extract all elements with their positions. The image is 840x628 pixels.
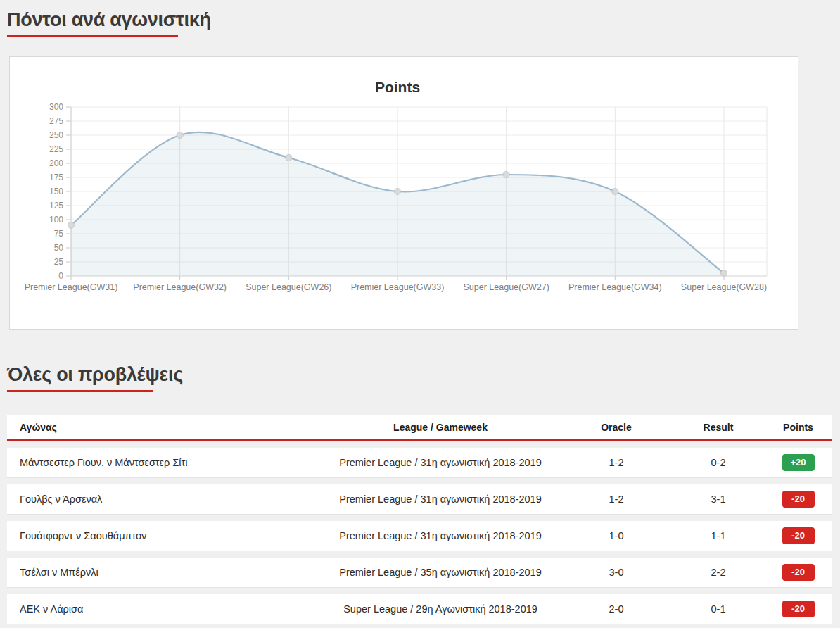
svg-text:Premier League(GW33): Premier League(GW33)	[351, 282, 445, 292]
title-underline	[7, 35, 178, 37]
svg-text:225: 225	[49, 144, 63, 154]
league-gameweek: Premier League / 31η αγωνιστική 2018-201…	[321, 457, 560, 468]
league-gameweek: Premier League / 31η αγωνιστική 2018-201…	[321, 530, 560, 541]
svg-text:275: 275	[49, 116, 63, 126]
predictions-table-header: Αγώνας League / Gameweek Oracle Result P…	[7, 415, 832, 441]
svg-text:Points: Points	[375, 79, 420, 95]
svg-text:50: 50	[54, 243, 64, 253]
table-row[interactable]: ΑΕΚ ν Λάρισα Super League / 29η Αγωνιστι…	[7, 594, 832, 624]
svg-text:Premier League(GW32): Premier League(GW32)	[133, 282, 227, 292]
league-gameweek: Premier League / 31η αγωνιστική 2018-201…	[321, 494, 560, 505]
svg-text:Super League(GW26): Super League(GW26)	[246, 282, 331, 292]
oracle-prediction: 1-0	[560, 530, 673, 541]
page-title-points-per-gameweek: Πόντοι ανά αγωνιστική	[7, 9, 840, 31]
svg-text:25: 25	[54, 257, 64, 267]
match-name: Γουότφορντ ν Σαουθάμπτον	[7, 530, 321, 541]
predictions-section-header: Όλες οι προβλέψεις	[0, 364, 840, 392]
table-row[interactable]: Τσέλσι ν Μπέρνλι Premier League / 35η αγ…	[7, 558, 832, 588]
match-result: 0-2	[673, 457, 764, 468]
points-badge: -20	[782, 527, 815, 544]
league-gameweek: Super League / 29η Αγωνιστική 2018-2019	[321, 603, 560, 615]
svg-text:75: 75	[54, 229, 64, 239]
league-gameweek: Premier League / 35η αγωνιστική 2018-201…	[321, 567, 560, 578]
predictions-table: Αγώνας League / Gameweek Oracle Result P…	[7, 415, 832, 624]
svg-text:125: 125	[49, 201, 63, 211]
svg-text:300: 300	[49, 102, 63, 112]
match-result: 3-1	[673, 494, 764, 505]
header-points: Points	[764, 422, 832, 433]
svg-text:Premier League(GW31): Premier League(GW31)	[25, 282, 118, 292]
title-underline	[7, 390, 153, 392]
svg-text:Super League(GW28): Super League(GW28)	[681, 282, 767, 292]
svg-text:100: 100	[49, 215, 63, 225]
match-name: Τσέλσι ν Μπέρνλι	[7, 567, 321, 578]
table-row[interactable]: Γουότφορντ ν Σαουθάμπτον Premier League …	[7, 521, 832, 551]
header-match: Αγώνας	[7, 422, 321, 433]
points-badge: -20	[782, 564, 815, 581]
table-row[interactable]: Γουλβς ν Άρσεναλ Premier League / 31η αγ…	[7, 484, 832, 515]
oracle-prediction: 2-0	[560, 603, 673, 615]
header-result: Result	[673, 422, 764, 433]
svg-text:150: 150	[49, 187, 63, 196]
match-result: 1-1	[673, 530, 764, 541]
points-section-header: Πόντοι ανά αγωνιστική	[0, 0, 840, 37]
table-row[interactable]: Μάντσεστερ Γιουν. ν Μάντσεστερ Σίτι Prem…	[7, 448, 832, 478]
svg-text:Premier League(GW34): Premier League(GW34)	[568, 282, 662, 292]
svg-text:250: 250	[49, 130, 63, 140]
points-badge: -20	[782, 491, 815, 508]
points-badge: +20	[782, 454, 815, 471]
svg-text:175: 175	[49, 172, 63, 182]
points-badge: -20	[782, 601, 815, 617]
oracle-prediction: 1-2	[560, 457, 673, 468]
header-league: League / Gameweek	[321, 422, 560, 433]
points-chart-card: 0255075100125150175200225250275300Premie…	[9, 56, 798, 330]
page-title-all-predictions: Όλες οι προβλέψεις	[7, 364, 840, 386]
svg-text:200: 200	[49, 158, 63, 168]
svg-text:0: 0	[58, 271, 63, 281]
points-line-chart: 0255075100125150175200225250275300Premie…	[10, 57, 798, 329]
oracle-prediction: 1-2	[560, 494, 673, 505]
match-name: Μάντσεστερ Γιουν. ν Μάντσεστερ Σίτι	[7, 457, 321, 468]
match-result: 2-2	[673, 567, 764, 578]
match-name: ΑΕΚ ν Λάρισα	[7, 603, 321, 615]
match-name: Γουλβς ν Άρσεναλ	[7, 494, 321, 505]
match-result: 0-1	[673, 603, 764, 615]
header-oracle: Oracle	[560, 422, 673, 433]
oracle-prediction: 3-0	[560, 567, 673, 578]
svg-text:Super League(GW27): Super League(GW27)	[464, 282, 549, 292]
